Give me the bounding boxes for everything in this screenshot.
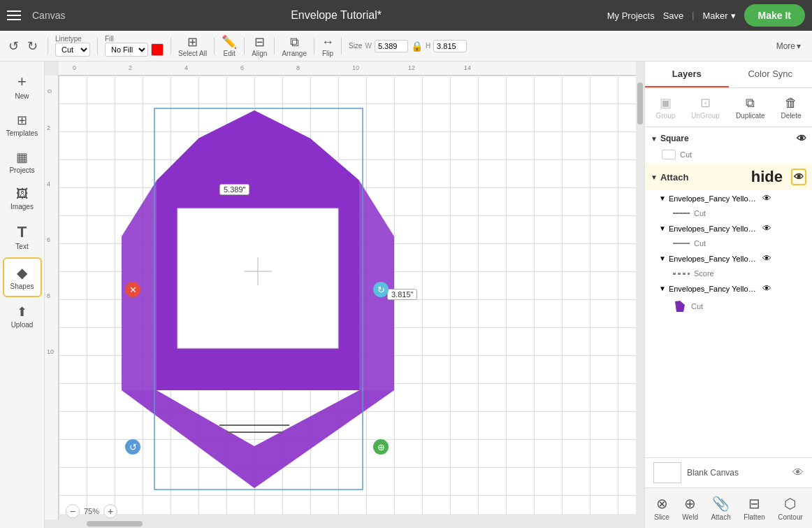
sidebar-item-text[interactable]: T Text: [3, 217, 42, 256]
tab-color-sync[interactable]: Color Sync: [729, 62, 813, 87]
lock-icon[interactable]: 🔒: [411, 41, 423, 52]
contour-tool[interactable]: ⬡ Contour: [772, 492, 809, 524]
slice-icon: ⊗: [656, 495, 668, 512]
more-button[interactable]: More ▾: [776, 41, 801, 51]
envelope-icon: [673, 299, 687, 313]
layer-group-attach-header[interactable]: ▼ Attach hide 👁: [645, 164, 812, 190]
canvas-grid[interactable]: 5.389" 3.815" ✕ ↻ ↺ ⊕: [59, 76, 644, 514]
env4-vis[interactable]: 👁: [762, 283, 771, 294]
linetype-select[interactable]: Cut: [55, 43, 90, 57]
vertical-scrollbar[interactable]: [636, 76, 644, 520]
blank-canvas-eye[interactable]: 👁: [792, 466, 804, 479]
sidebar-item-shapes[interactable]: ◆ Shapes: [3, 257, 42, 297]
select-all-group[interactable]: ⊞ Select All: [178, 34, 207, 57]
sidebar-item-upload[interactable]: ⬆ Upload: [3, 299, 42, 334]
ruler-mark-4: 4: [184, 64, 188, 71]
move-handle[interactable]: ↺: [125, 439, 140, 455]
align-group[interactable]: ⊟ Align: [252, 34, 267, 57]
save-btn[interactable]: Save: [663, 10, 684, 21]
env3-score-item: Score: [653, 266, 812, 280]
env1-vis[interactable]: 👁: [762, 193, 771, 204]
env2-chevron: ▼: [659, 224, 666, 232]
envelope-subgroup-1: ▼ Envelopes_Fancy Yellow ... 👁 Cut: [645, 190, 812, 220]
sep3: [171, 38, 171, 55]
weld-tool[interactable]: ⊕ Weld: [676, 492, 704, 524]
maker-chevron: ▾: [731, 10, 736, 21]
bottom-tools: ⊗ Slice ⊕ Weld 📎 Attach ⊟ Flatten ⬡ Cont…: [645, 487, 812, 528]
sidebar-item-new[interactable]: + New: [3, 67, 42, 106]
rotate-handle[interactable]: ↻: [373, 282, 389, 297]
zoom-level: 75%: [84, 507, 99, 515]
sidebar-item-images[interactable]: 🖼 Images: [3, 181, 42, 216]
delete-handle[interactable]: ✕: [125, 282, 140, 297]
ruler-mark-0: 0: [73, 64, 76, 71]
env3-score-line: [673, 273, 690, 275]
arrange-label: Arrange: [282, 50, 307, 57]
envelope-2-header[interactable]: ▼ Envelopes_Fancy Yellow ... 👁: [653, 220, 812, 236]
envelope-3-header[interactable]: ▼ Envelopes_Fancy Yellow ... 👁: [653, 250, 812, 266]
attach-vis-button[interactable]: 👁: [791, 169, 806, 185]
sidebar-item-templates[interactable]: ⊞ Templates: [3, 107, 42, 143]
panel-actions: ▣ Group ⊡ UnGroup ⧉ Duplicate 🗑 Delete: [645, 88, 812, 127]
make-it-button[interactable]: Make It: [744, 4, 805, 27]
ruler-left-mark-4: 4: [47, 180, 50, 187]
arrange-group[interactable]: ⧉ Arrange: [282, 35, 307, 57]
ungroup-action[interactable]: ⊡ UnGroup: [687, 92, 724, 122]
envelope-4-header[interactable]: ▼ Envelopes_Fancy Yellow ... 👁: [653, 280, 812, 297]
height-dimension-label: 3.815": [387, 289, 417, 300]
blank-canvas-swatch: [653, 462, 681, 483]
left-sidebar: + New ⊞ Templates ▦ Projects 🖼 Images T …: [0, 62, 45, 528]
env3-label: Envelopes_Fancy Yellow ...: [669, 255, 760, 263]
fill-select[interactable]: No Fill: [105, 43, 148, 57]
tab-layers[interactable]: Layers: [645, 62, 729, 87]
duplicate-action[interactable]: ⧉ Duplicate: [732, 93, 769, 122]
maker-selector[interactable]: Maker ▾: [702, 10, 735, 21]
envelope-1-header[interactable]: ▼ Envelopes_Fancy Yellow ... 👁: [653, 190, 812, 206]
sidebar-item-text-label: Text: [15, 243, 28, 250]
env3-score-label: Score: [694, 269, 714, 278]
shapes-icon: ◆: [17, 264, 27, 281]
width-dimension-label: 5.389": [219, 184, 249, 195]
sidebar-item-new-label: New: [15, 92, 29, 100]
size-h-input[interactable]: [433, 40, 467, 52]
sep4: [214, 38, 215, 55]
flip-group[interactable]: ↔ Flip: [321, 35, 334, 57]
attach-tool[interactable]: 📎 Attach: [705, 492, 736, 524]
slice-label: Slice: [654, 513, 669, 521]
hamburger-menu[interactable]: [7, 10, 21, 20]
zoom-in-button[interactable]: +: [103, 504, 117, 518]
env2-cut-line: [673, 243, 690, 244]
layer-group-square-header[interactable]: ▼ Square 👁: [645, 130, 812, 147]
sidebar-item-projects[interactable]: ▦ Projects: [3, 144, 42, 180]
ruler-left: 0 2 4 6 8 10: [45, 76, 59, 520]
hscroll-thumb[interactable]: [87, 521, 143, 527]
slice-tool[interactable]: ⊗ Slice: [648, 492, 675, 524]
color-swatch[interactable]: [151, 43, 164, 56]
square-vis-icon[interactable]: 👁: [797, 133, 806, 144]
env3-vis[interactable]: 👁: [762, 253, 771, 264]
flatten-tool[interactable]: ⊟ Flatten: [738, 492, 771, 524]
vscroll-thumb[interactable]: [637, 83, 643, 124]
more-chevron: ▾: [797, 41, 801, 51]
ruler-mark-10: 10: [352, 64, 359, 71]
edit-label: Edit: [224, 50, 235, 57]
scale-handle[interactable]: ⊕: [373, 439, 389, 455]
zoom-out-button[interactable]: −: [66, 504, 80, 518]
horizontal-scrollbar[interactable]: [59, 520, 636, 528]
redo-button[interactable]: ↻: [24, 37, 41, 55]
panel-tabs: Layers Color Sync: [645, 62, 812, 88]
env2-vis[interactable]: 👁: [762, 223, 771, 234]
edit-group[interactable]: ✏️ Edit: [222, 34, 237, 57]
group-label: Group: [656, 112, 676, 120]
my-projects-btn[interactable]: My Projects: [607, 10, 655, 21]
env1-cut-label: Cut: [694, 209, 706, 217]
sep5: [244, 38, 245, 55]
env4-cut-item: Cut: [653, 297, 812, 316]
group-action[interactable]: ▣ Group: [652, 92, 680, 122]
text-icon: T: [17, 223, 27, 241]
delete-action[interactable]: 🗑 Delete: [777, 93, 806, 122]
size-w-input[interactable]: [375, 40, 408, 52]
sidebar-item-projects-label: Projects: [9, 166, 34, 174]
canvas-area[interactable]: 0 2 4 6 8 10 12 14 0 2 4 6 8 10: [45, 62, 644, 528]
undo-button[interactable]: ↺: [6, 37, 22, 55]
